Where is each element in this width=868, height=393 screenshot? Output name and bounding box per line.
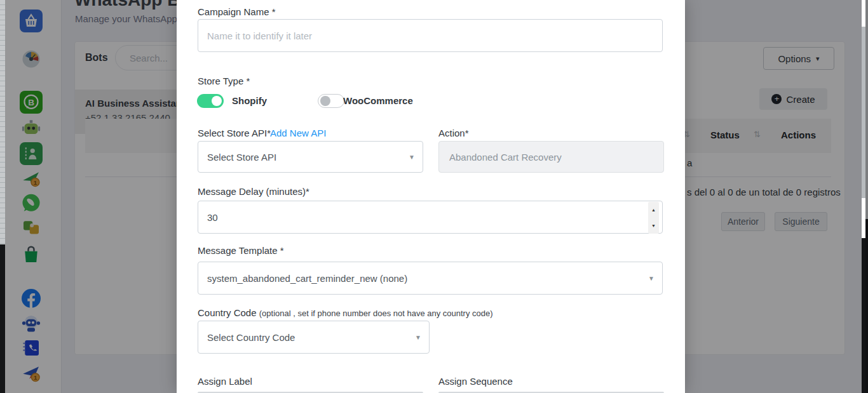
store-api-select[interactable]: Select Store API ▼ [198, 141, 423, 173]
message-template-value: system_abandoned_cart_reminder_new (none… [207, 273, 407, 284]
store-type-toggles: Shopify WooCommerce [177, 94, 685, 108]
spinner-down-icon[interactable]: ▼ [648, 218, 659, 234]
add-new-api-link[interactable]: Add New API [270, 128, 326, 138]
create-campaign-modal: Campaign Name * Store Type * Shopify Woo… [177, 0, 685, 393]
assign-label-label: Assign Label [198, 376, 252, 387]
country-code-label: Country Code (optional , set if phone nu… [198, 307, 493, 318]
country-code-value: Select Country Code [207, 332, 295, 343]
country-code-select[interactable]: Select Country Code ▼ [198, 321, 430, 354]
left-edge-strip [0, 0, 5, 393]
action-input-disabled: Abandoned Cart Recovery [438, 141, 664, 173]
store-api-label: Select Store API* [198, 128, 271, 138]
message-template-label: Message Template * [198, 245, 284, 256]
toggle-knob [212, 96, 222, 106]
assign-sequence-label: Assign Sequence [438, 376, 513, 387]
right-edge-strip [865, 0, 868, 393]
woocommerce-toggle[interactable] [318, 94, 344, 108]
screen: B11 WhatsApp Bot Manage your WhatsApp b … [0, 0, 868, 393]
action-label: Action* [438, 128, 469, 138]
message-template-select[interactable]: system_abandoned_cart_reminder_new (none… [198, 262, 663, 295]
number-spinner: ▲ ▼ [648, 202, 659, 234]
shopify-toggle[interactable] [197, 94, 224, 108]
dropdown-caret-icon: ▼ [648, 275, 654, 282]
action-value: Abandoned Cart Recovery [449, 152, 562, 163]
campaign-name-input[interactable] [198, 19, 663, 52]
shopify-toggle-label: Shopify [232, 95, 267, 106]
dropdown-caret-icon: ▼ [409, 154, 415, 161]
country-code-note: (optional , set if phone number does not… [259, 309, 493, 318]
woocommerce-toggle-label: WooCommerce [343, 95, 413, 106]
spinner-up-icon[interactable]: ▲ [648, 202, 659, 218]
campaign-name-label: Campaign Name * [198, 6, 276, 17]
store-api-select-value: Select Store API [207, 152, 276, 163]
store-type-label: Store Type * [198, 76, 250, 86]
dropdown-caret-icon: ▼ [415, 334, 421, 341]
message-delay-label: Message Delay (minutes)* [198, 186, 309, 197]
message-delay-input[interactable]: 30 ▲ ▼ [198, 201, 663, 234]
toggle-knob [320, 96, 330, 106]
message-delay-value: 30 [207, 212, 218, 223]
